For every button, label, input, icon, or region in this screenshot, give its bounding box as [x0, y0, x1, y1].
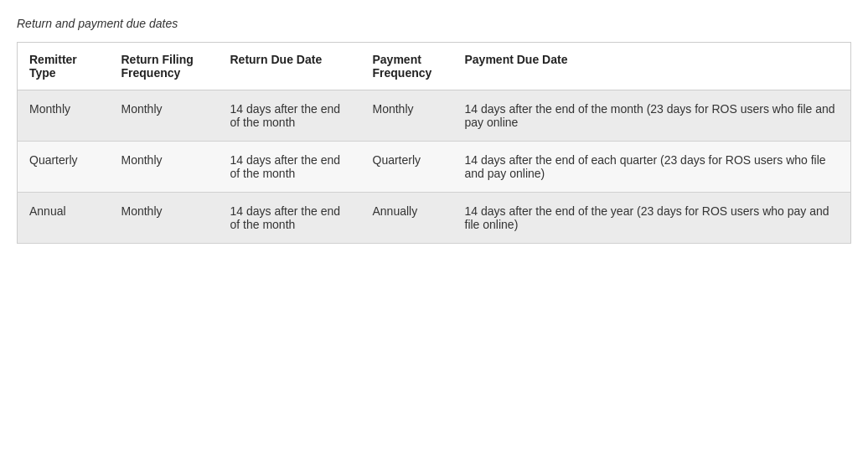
cell-payment-due-date: 14 days after the end of the month (23 d… [453, 90, 851, 142]
cell-payment-due-date: 14 days after the end of the year (23 da… [453, 193, 851, 244]
cell-return-filing-freq: Monthly [110, 193, 219, 244]
col-header-payment-frequency: Payment Frequency [361, 43, 453, 90]
cell-payment-frequency: Monthly [361, 90, 453, 142]
table-row: QuarterlyMonthly14 days after the end of… [18, 142, 851, 193]
cell-return-filing-freq: Monthly [110, 90, 219, 142]
col-header-return-due-date: Return Due Date [219, 43, 361, 90]
cell-remitter-type: Annual [18, 193, 110, 244]
cell-payment-frequency: Quarterly [361, 142, 453, 193]
cell-remitter-type: Monthly [18, 90, 110, 142]
cell-return-due-date: 14 days after the end of the month [219, 142, 361, 193]
table-header-row: Remitter Type Return Filing Frequency Re… [18, 43, 851, 90]
table-row: AnnualMonthly14 days after the end of th… [18, 193, 851, 244]
cell-payment-frequency: Annually [361, 193, 453, 244]
cell-payment-due-date: 14 days after the end of each quarter (2… [453, 142, 851, 193]
col-header-return-filing-freq: Return Filing Frequency [110, 43, 219, 90]
cell-return-due-date: 14 days after the end of the month [219, 90, 361, 142]
col-header-payment-due-date: Payment Due Date [453, 43, 851, 90]
cell-remitter-type: Quarterly [18, 142, 110, 193]
cell-return-due-date: 14 days after the end of the month [219, 193, 361, 244]
table-row: MonthlyMonthly14 days after the end of t… [18, 90, 851, 142]
data-table: Remitter Type Return Filing Frequency Re… [17, 42, 851, 244]
cell-return-filing-freq: Monthly [110, 142, 219, 193]
table-title: Return and payment due dates [17, 17, 851, 30]
col-header-remitter-type: Remitter Type [18, 43, 110, 90]
